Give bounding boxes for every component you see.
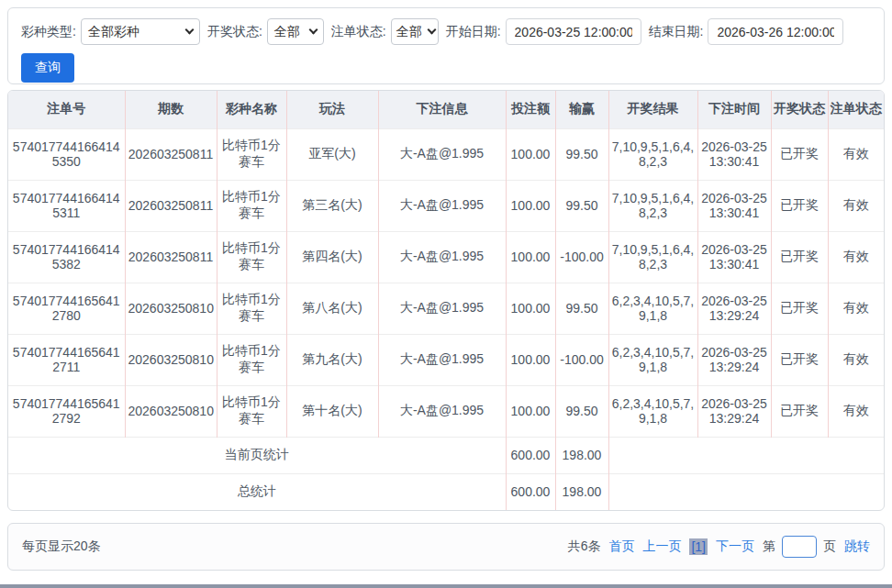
col-header-order-status: 注单状态 (828, 91, 884, 128)
prev-page-link[interactable]: 上一页 (642, 538, 681, 555)
cell-winloss: 99.50 (555, 385, 608, 437)
col-header-lottery: 彩种名称 (217, 91, 286, 128)
cell-play: 第四名(大) (286, 231, 378, 283)
cell-bet-time: 2026-03-25 13:30:41 (697, 128, 771, 180)
cell-lottery: 比特币1分赛车 (217, 128, 286, 180)
cell-play: 第九名(大) (286, 334, 378, 385)
table-row: 5740177441656412780 202603250810 比特币1分赛车… (8, 283, 884, 334)
cell-result: 7,10,9,5,1,6,4,8,2,3 (608, 231, 697, 283)
cell-bet-info: 大-A盘@1.995 (378, 180, 506, 231)
search-button[interactable]: 查询 (21, 53, 74, 83)
cell-order-status: 有效 (828, 180, 884, 231)
table-row: 5740177441664145350 202603250811 比特币1分赛车… (8, 128, 884, 180)
chevron-down-icon (308, 26, 318, 35)
table-header-row: 注单号 期数 彩种名称 玩法 下注信息 投注额 输赢 开奖结果 下注时间 开奖状… (8, 91, 884, 128)
cell-period: 202603250811 (125, 128, 217, 180)
cell-bet-time: 2026-03-25 13:30:41 (697, 180, 771, 231)
cell-bet-id: 5740177441664145350 (8, 128, 125, 180)
cell-period: 202603250810 (125, 334, 217, 385)
pager: 共6条 首页 上一页 [1] 下一页 第 页 跳转 (560, 536, 870, 558)
order-status-value: 全部 (396, 24, 422, 40)
cell-play: 第三名(大) (286, 180, 378, 231)
end-date-input[interactable] (708, 18, 843, 45)
cell-bet-info: 大-A盘@1.995 (378, 128, 506, 180)
jump-prefix-label: 第 (763, 538, 775, 555)
bet-records-table-panel: 注单号 期数 彩种名称 玩法 下注信息 投注额 输赢 开奖结果 下注时间 开奖状… (7, 90, 885, 511)
page-summary-row: 当前页统计 600.00 198.00 (8, 437, 884, 473)
col-header-bet-time: 下注时间 (697, 91, 771, 128)
total-summary-winloss: 198.00 (555, 473, 608, 510)
page-size-text: 每页显示20条 (22, 538, 101, 555)
col-header-play: 玩法 (286, 91, 378, 128)
draw-status-value: 全部 (274, 24, 300, 40)
page-summary-amount: 600.00 (506, 437, 555, 473)
cell-winloss: 99.50 (555, 283, 608, 334)
cell-play: 第八名(大) (286, 283, 378, 334)
end-date-label: 结束日期: (649, 24, 704, 40)
next-page-link[interactable]: 下一页 (716, 538, 754, 555)
cell-lottery: 比特币1分赛车 (217, 385, 286, 437)
cell-bet-info: 大-A盘@1.995 (378, 283, 506, 334)
cell-bet-time: 2026-03-25 13:29:24 (697, 334, 771, 385)
cell-draw-status: 已开奖 (771, 128, 828, 180)
cell-amount: 100.00 (506, 180, 555, 231)
table-row: 5740177441656412711 202603250810 比特币1分赛车… (8, 334, 884, 385)
cell-lottery: 比特币1分赛车 (217, 283, 286, 334)
cell-play: 亚军(大) (286, 128, 378, 180)
cell-amount: 100.00 (506, 231, 555, 283)
cell-bet-info: 大-A盘@1.995 (378, 385, 506, 437)
cell-result: 6,2,3,4,10,5,7,9,1,8 (608, 283, 697, 334)
cell-period: 202603250810 (125, 283, 217, 334)
cell-order-status: 有效 (828, 385, 884, 437)
cell-amount: 100.00 (506, 283, 555, 334)
start-date-label: 开始日期: (446, 24, 501, 40)
cell-bet-id: 5740177441664145311 (8, 180, 125, 231)
first-page-link[interactable]: 首页 (608, 538, 634, 555)
chevron-down-icon (427, 26, 436, 35)
cell-draw-status: 已开奖 (771, 334, 828, 385)
total-count-text: 共6条 (568, 538, 601, 555)
cell-draw-status: 已开奖 (771, 385, 828, 437)
col-header-bet-id: 注单号 (8, 91, 125, 128)
page-summary-empty (608, 437, 884, 473)
draw-status-select[interactable]: 全部 (267, 18, 324, 45)
cell-bet-time: 2026-03-25 13:29:24 (697, 385, 771, 437)
current-page-indicator[interactable]: [1] (689, 538, 708, 555)
bet-records-table: 注单号 期数 彩种名称 玩法 下注信息 投注额 输赢 开奖结果 下注时间 开奖状… (8, 91, 884, 510)
col-header-result: 开奖结果 (608, 91, 697, 128)
filter-panel: 彩种类型: 全部彩种 开奖状态: 全部 注单状态: 全部 开始日期: 结束日期:… (7, 7, 885, 84)
col-header-period: 期数 (125, 91, 217, 128)
cell-amount: 100.00 (506, 385, 555, 437)
cell-result: 6,2,3,4,10,5,7,9,1,8 (608, 385, 697, 437)
jump-suffix-label: 页 (823, 538, 836, 555)
cell-bet-info: 大-A盘@1.995 (378, 231, 506, 283)
cell-bet-id: 5740177441656412792 (8, 385, 125, 437)
col-header-bet-info: 下注信息 (378, 91, 506, 128)
total-summary-row: 总统计 600.00 198.00 (8, 473, 884, 510)
cell-lottery: 比特币1分赛车 (217, 231, 286, 283)
page-jump-input[interactable] (782, 536, 817, 558)
cell-winloss: 99.50 (555, 128, 608, 180)
cell-play: 第十名(大) (286, 385, 378, 437)
cell-draw-status: 已开奖 (771, 231, 828, 283)
cell-period: 202603250810 (125, 385, 217, 437)
lottery-type-select[interactable]: 全部彩种 (81, 18, 200, 45)
cell-period: 202603250811 (125, 180, 217, 231)
lottery-type-value: 全部彩种 (88, 24, 139, 40)
cell-bet-id: 5740177441664145382 (8, 231, 125, 283)
cell-winloss: -100.00 (555, 231, 608, 283)
cell-amount: 100.00 (506, 334, 555, 385)
jump-button[interactable]: 跳转 (844, 538, 870, 555)
cell-winloss: -100.00 (555, 334, 608, 385)
lottery-type-label: 彩种类型: (21, 24, 76, 40)
start-date-input[interactable] (506, 18, 641, 45)
cell-order-status: 有效 (828, 283, 884, 334)
order-status-select[interactable]: 全部 (391, 18, 439, 45)
cell-bet-id: 5740177441656412780 (8, 283, 125, 334)
page-summary-winloss: 198.00 (555, 437, 608, 473)
cell-bet-time: 2026-03-25 13:29:24 (697, 283, 771, 334)
total-summary-amount: 600.00 (506, 473, 555, 510)
cell-order-status: 有效 (828, 231, 884, 283)
cell-draw-status: 已开奖 (771, 283, 828, 334)
col-header-winloss: 输赢 (555, 91, 608, 128)
